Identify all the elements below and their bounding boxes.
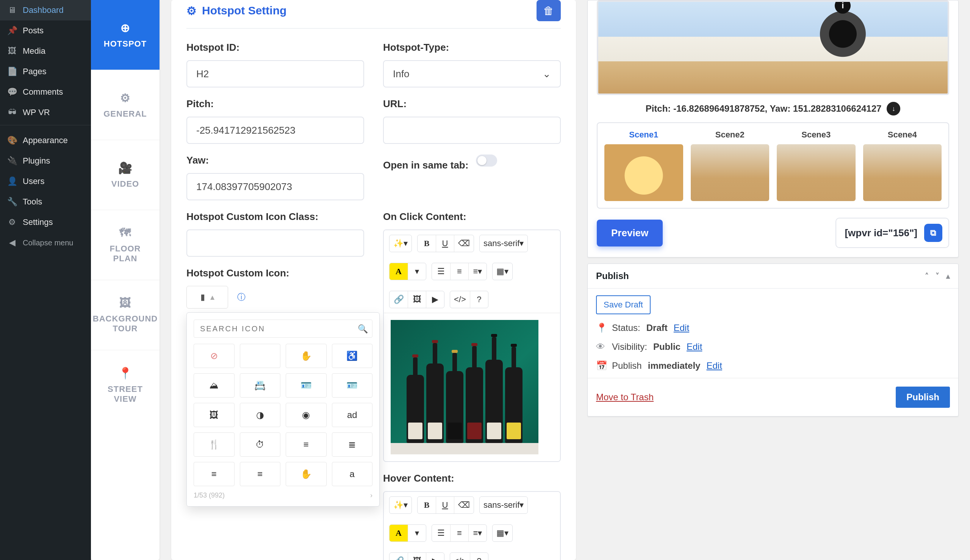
icon-amazon[interactable]: a — [332, 462, 373, 486]
icon-contact-card[interactable]: 🪪 — [332, 373, 373, 398]
icon-search-input[interactable] — [194, 320, 372, 338]
help-button[interactable]: ? — [470, 291, 488, 308]
highlight-button[interactable]: A — [389, 525, 408, 542]
video-button[interactable]: ▶ — [426, 553, 444, 560]
edit-status-link[interactable]: Edit — [674, 323, 689, 333]
icon-adjust[interactable]: ◑ — [240, 403, 281, 427]
icon-stopwatch[interactable]: ⏱ — [240, 432, 281, 457]
tab-background-tour[interactable]: 🖼 BACKGROUND TOUR — [91, 280, 160, 350]
sidebar-item-dashboard[interactable]: 🖥 Dashboard — [0, 0, 91, 20]
align-button[interactable]: ≡▾ — [468, 263, 486, 280]
eraser-button[interactable]: ⌫ — [454, 497, 474, 513]
icon-hand-stop[interactable]: ✋ — [286, 462, 327, 486]
hotspot-marker-icon[interactable]: i — [835, 0, 851, 13]
yaw-input[interactable] — [187, 173, 364, 200]
icon-target[interactable]: ◉ — [286, 403, 327, 427]
ul-button[interactable]: ☰ — [432, 263, 450, 280]
sidebar-item-pages[interactable]: 📄 Pages — [0, 61, 91, 82]
icon-align-justify[interactable]: ≣ — [332, 432, 373, 457]
sidebar-item-posts[interactable]: 📌 Posts — [0, 20, 91, 41]
scene-thumb-3[interactable]: Scene3 — [777, 130, 856, 201]
tab-hotspot[interactable]: ⊕ HOTSPOT — [91, 0, 160, 70]
same-tab-toggle[interactable] — [476, 155, 497, 167]
sidebar-item-users[interactable]: 👤 Users — [0, 171, 91, 192]
align-button[interactable]: ≡▾ — [468, 525, 486, 542]
copy-shortcode-button[interactable]: ⧉ — [924, 224, 942, 242]
icon-align-left[interactable]: ≡ — [194, 462, 235, 486]
icon-utensils[interactable]: 🍴 — [194, 432, 235, 457]
edit-schedule-link[interactable]: Edit — [706, 360, 722, 371]
code-button[interactable]: </> — [450, 553, 470, 560]
save-draft-button[interactable]: Save Draft — [596, 295, 651, 314]
panel-up-button[interactable]: ˄ — [925, 272, 929, 280]
font-family-select[interactable]: sans-serif ▾ — [480, 497, 528, 513]
tab-floor-plan[interactable]: 🗺 FLOOR PLAN — [91, 210, 160, 280]
panel-collapse-button[interactable]: ▴ — [946, 272, 950, 280]
sidebar-item-comments[interactable]: 💬 Comments — [0, 82, 91, 102]
image-button[interactable]: 🖼 — [408, 553, 426, 560]
ul-button[interactable]: ☰ — [432, 525, 450, 542]
sidebar-item-wpvr[interactable]: 🕶 WP VR — [0, 102, 91, 123]
table-button[interactable]: ▦▾ — [493, 525, 512, 542]
publish-button[interactable]: Publish — [896, 387, 950, 408]
scene-thumb-2[interactable]: Scene2 — [691, 130, 770, 201]
sidebar-item-appearance[interactable]: 🎨 Appearance — [0, 130, 91, 151]
sidebar-item-media[interactable]: 🖼 Media — [0, 41, 91, 61]
collapse-menu[interactable]: ◀ Collapse menu — [0, 232, 91, 253]
video-button[interactable]: ▶ — [426, 291, 444, 308]
icon-image[interactable]: 🖼 — [194, 403, 235, 427]
table-button[interactable]: ▦▾ — [493, 263, 512, 280]
tab-street-view[interactable]: 📍 STREET VIEW — [91, 350, 160, 420]
icon-align-right[interactable]: ≡ — [240, 462, 281, 486]
info-icon[interactable]: ⓘ — [237, 292, 245, 302]
link-button[interactable]: 🔗 — [389, 553, 408, 560]
image-button[interactable]: 🖼 — [408, 291, 426, 308]
sidebar-item-settings[interactable]: ⚙ Settings — [0, 212, 91, 232]
highlight-menu[interactable]: ▾ — [408, 525, 426, 542]
tab-general[interactable]: ⚙ GENERAL — [91, 70, 160, 140]
icon-address-book[interactable]: 📇 — [240, 373, 281, 398]
download-coords-button[interactable]: ↓ — [887, 102, 900, 115]
sidebar-item-tools[interactable]: 🔧 Tools — [0, 192, 91, 212]
icon-align-center[interactable]: ≡ — [286, 432, 327, 457]
sidebar-item-plugins[interactable]: 🔌 Plugins — [0, 151, 91, 171]
bold-button[interactable]: B — [417, 497, 436, 513]
code-button[interactable]: </> — [450, 291, 470, 308]
link-button[interactable]: 🔗 — [389, 291, 408, 308]
underline-button[interactable]: U — [436, 235, 454, 252]
ol-button[interactable]: ≡ — [450, 263, 468, 280]
highlight-button[interactable]: A — [389, 263, 408, 280]
ol-button[interactable]: ≡ — [450, 525, 468, 542]
move-to-trash-link[interactable]: Move to Trash — [596, 392, 654, 402]
font-family-select[interactable]: sans-serif ▾ — [480, 235, 528, 252]
hotspot-type-select[interactable]: Info ⌄ — [383, 60, 561, 87]
scene-thumb-1[interactable]: Scene1 — [604, 130, 683, 201]
panel-down-button[interactable]: ˅ — [935, 272, 939, 280]
tab-video[interactable]: 🎥 VIDEO — [91, 140, 160, 210]
edit-visibility-link[interactable]: Edit — [686, 342, 702, 352]
pitch-input[interactable] — [187, 117, 364, 144]
icon-hand[interactable]: ✋ — [286, 344, 327, 368]
preview-button[interactable]: Preview — [597, 220, 663, 247]
help-button[interactable]: ? — [470, 553, 488, 560]
icon-picker-toggle[interactable]: ▮ ▴ — [187, 286, 228, 308]
panorama-preview[interactable]: i — [597, 0, 949, 95]
icon-id-card[interactable]: 🪪 — [286, 373, 327, 398]
url-input[interactable] — [383, 117, 561, 144]
scene-thumb-4[interactable]: Scene4 — [863, 130, 942, 201]
wand-icon[interactable]: ✨▾ — [389, 235, 411, 252]
icon-blank[interactable] — [240, 344, 281, 368]
icon-mountain[interactable]: ⛰ — [194, 373, 235, 398]
pager-next[interactable]: › — [370, 492, 372, 499]
underline-button[interactable]: U — [436, 497, 454, 513]
bold-button[interactable]: B — [417, 235, 436, 252]
icon-none[interactable]: ⊘ — [194, 344, 235, 368]
hotspot-id-input[interactable] — [187, 60, 364, 87]
icon-ad[interactable]: ad — [332, 403, 373, 427]
highlight-menu[interactable]: ▾ — [408, 263, 426, 280]
wand-icon[interactable]: ✨▾ — [389, 497, 411, 513]
editor-canvas[interactable] — [384, 313, 560, 461]
icon-class-input[interactable] — [187, 230, 364, 257]
icon-accessible[interactable]: ♿ — [332, 344, 373, 368]
eraser-button[interactable]: ⌫ — [454, 235, 474, 252]
